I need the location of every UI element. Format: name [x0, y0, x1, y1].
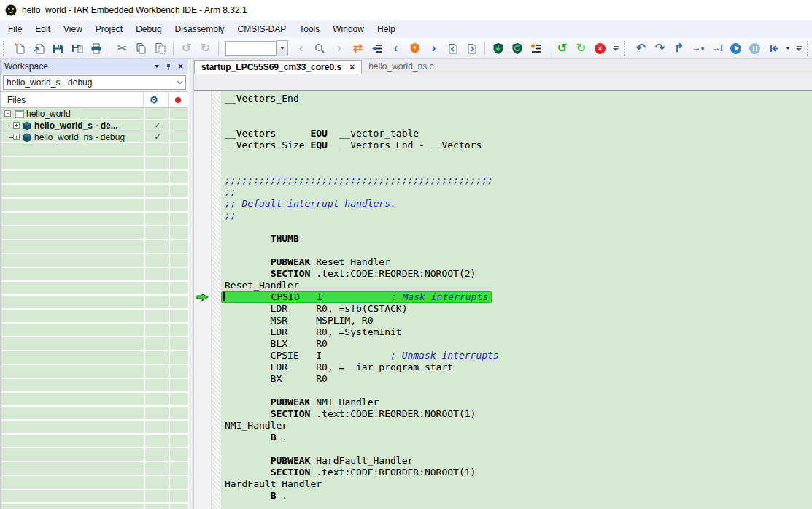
- toolbar-grip[interactable]: [3, 41, 7, 56]
- code-line[interactable]: SECTION .text:CODE:REORDER:NOROOT(1): [221, 408, 812, 420]
- code-line[interactable]: __Vectors_Size EQU __Vectors_End - __Vec…: [221, 139, 812, 151]
- editor-gutter[interactable]: [194, 91, 212, 509]
- navigate-forward-page-icon[interactable]: [463, 40, 481, 56]
- code-line[interactable]: PUBWEAK Reset_Handler: [221, 256, 812, 268]
- code-line[interactable]: [221, 385, 812, 397]
- panel-splitter[interactable]: [188, 59, 194, 509]
- code-line[interactable]: __Vectors EQU __vector_table: [221, 128, 812, 139]
- stop-debugging-icon[interactable]: ×: [591, 40, 609, 56]
- goto-function-icon[interactable]: [368, 40, 386, 56]
- code-line[interactable]: Reset_Handler: [221, 280, 812, 291]
- code-line[interactable]: [221, 116, 812, 128]
- debug-reset-icon[interactable]: ↶: [632, 40, 650, 56]
- cut-icon[interactable]: ✂: [113, 40, 131, 56]
- reset-icon[interactable]: ↺: [553, 40, 571, 56]
- new-document-icon[interactable]: *: [11, 40, 29, 56]
- toolbar-overflow-icon[interactable]: [794, 41, 803, 56]
- menu-cmsis-dap[interactable]: CMSIS-DAP: [231, 20, 293, 38]
- code-line[interactable]: CPSIE I ; Unmask interrupts: [221, 350, 812, 361]
- menu-edit[interactable]: Edit: [28, 20, 57, 38]
- code-area[interactable]: __Vectors_End__Vectors EQU __vector_tabl…: [221, 91, 812, 509]
- menu-file[interactable]: File: [1, 20, 28, 38]
- code-line[interactable]: LDR R0, =sfb(CSTACK): [221, 303, 812, 315]
- break-icon[interactable]: ↻: [572, 40, 590, 56]
- gear-icon[interactable]: ⚙: [150, 94, 158, 105]
- toggle-source-browser-icon[interactable]: ⇄: [349, 40, 367, 56]
- find-combobox-dropdown[interactable]: [277, 40, 288, 56]
- code-line[interactable]: B .: [221, 490, 812, 502]
- code-line[interactable]: [221, 443, 812, 455]
- go-icon[interactable]: [727, 40, 745, 56]
- code-line[interactable]: B .: [221, 432, 812, 443]
- open-document-icon[interactable]: [30, 40, 48, 56]
- code-line[interactable]: PUBWEAK NMI_Handler: [221, 397, 812, 408]
- code-line[interactable]: HardFault_Handler: [221, 478, 812, 490]
- workspace-file-tree[interactable]: -hello_world+hello_world_s - de...✓+hell…: [1, 108, 188, 509]
- code-line[interactable]: [221, 104, 812, 116]
- menu-disassembly[interactable]: Disassembly: [169, 20, 231, 38]
- breakpoint-margin[interactable]: [212, 91, 221, 509]
- navigate-backward-page-icon[interactable]: [444, 40, 462, 56]
- debug-dropdown-icon[interactable]: [784, 40, 792, 56]
- menu-debug[interactable]: Debug: [129, 20, 168, 38]
- tree-expander-icon[interactable]: +: [13, 134, 20, 140]
- toolbar-grip[interactable]: [624, 41, 628, 56]
- toolbar-overflow-icon[interactable]: [611, 41, 620, 56]
- code-line[interactable]: CPSID I ; Mask interrupts: [221, 291, 812, 303]
- configuration-selector[interactable]: hello_world_s - debug: [3, 75, 186, 90]
- code-line[interactable]: [221, 502, 812, 509]
- stop-return-icon[interactable]: [765, 40, 783, 56]
- code-line[interactable]: SECTION .text:CODE:REORDER:NOROOT(2): [221, 268, 812, 280]
- save-icon[interactable]: [49, 40, 67, 56]
- code-line[interactable]: LDR R0, =SystemInit: [221, 326, 812, 338]
- pause-icon[interactable]: [746, 40, 764, 56]
- run-to-cursor-icon[interactable]: →I: [708, 40, 726, 56]
- step-over-icon[interactable]: ↷: [651, 40, 669, 56]
- tree-item-hello_world_s-de-[interactable]: +hello_world_s - de...✓: [1, 120, 188, 131]
- code-line[interactable]: [221, 245, 812, 256]
- tab-close-icon[interactable]: ×: [349, 63, 355, 72]
- tree-item-hello_world_ns-debug[interactable]: +hello_world_ns - debug✓: [1, 131, 188, 143]
- code-line[interactable]: LDR R0, =__iar_program_start: [221, 361, 812, 373]
- tree-item-hello_world[interactable]: -hello_world: [1, 108, 188, 120]
- code-line[interactable]: ;;: [221, 210, 812, 221]
- tree-expander-icon[interactable]: +: [13, 122, 20, 129]
- pin-icon[interactable]: [166, 63, 171, 71]
- tree-expander-icon[interactable]: -: [4, 110, 11, 117]
- navigate-back-icon[interactable]: ‹: [292, 40, 310, 56]
- menu-project[interactable]: Project: [89, 20, 129, 38]
- step-out-icon[interactable]: ↱: [670, 40, 688, 56]
- breakpoints-window-icon[interactable]: [527, 40, 545, 56]
- navigate-forward-icon[interactable]: ›: [330, 40, 348, 56]
- step-into-icon[interactable]: →•: [689, 40, 707, 56]
- download-and-debug-icon[interactable]: [508, 40, 526, 56]
- print-icon[interactable]: [87, 40, 105, 56]
- code-line[interactable]: NMI_Handler: [221, 420, 812, 432]
- toolbar-grip[interactable]: [807, 41, 811, 56]
- code-line[interactable]: [221, 151, 812, 163]
- menu-help[interactable]: Help: [371, 20, 402, 38]
- save-all-icon[interactable]: [68, 40, 86, 56]
- code-line[interactable]: ;;: [221, 186, 812, 198]
- tab-startup_LPC55S69_cm33_core0.s[interactable]: startup_LPC55S69_cm33_core0.s×: [194, 60, 362, 74]
- code-line[interactable]: [221, 163, 812, 175]
- code-line[interactable]: ;; Default interrupt handlers.: [221, 198, 812, 210]
- redo-icon[interactable]: ↻: [196, 40, 214, 56]
- paste-icon[interactable]: [151, 40, 169, 56]
- download-active-application-icon[interactable]: [489, 40, 507, 56]
- menu-view[interactable]: View: [57, 20, 89, 38]
- close-icon[interactable]: ×: [178, 63, 183, 70]
- code-line[interactable]: THUMB: [221, 233, 812, 245]
- undo-icon[interactable]: ↺: [177, 40, 196, 56]
- menu-tools[interactable]: Tools: [293, 20, 326, 38]
- code-line[interactable]: __Vectors_End: [221, 93, 812, 104]
- code-line[interactable]: ;;;;;;;;;;;;;;;;;;;;;;;;;;;;;;;;;;;;;;;;…: [221, 175, 812, 186]
- workspace-panel-header[interactable]: Workspace ×: [1, 59, 188, 74]
- code-line[interactable]: BLX R0: [221, 338, 812, 350]
- tab-hello_world_ns.c[interactable]: hello_world_ns.c: [362, 60, 440, 74]
- find-icon[interactable]: [311, 40, 329, 56]
- find-combobox[interactable]: [225, 41, 288, 56]
- code-line[interactable]: MSR MSPLIM, R0: [221, 315, 812, 326]
- code-line[interactable]: SECTION .text:CODE:REORDER:NOROOT(1): [221, 467, 812, 478]
- menu-window[interactable]: Window: [326, 20, 371, 38]
